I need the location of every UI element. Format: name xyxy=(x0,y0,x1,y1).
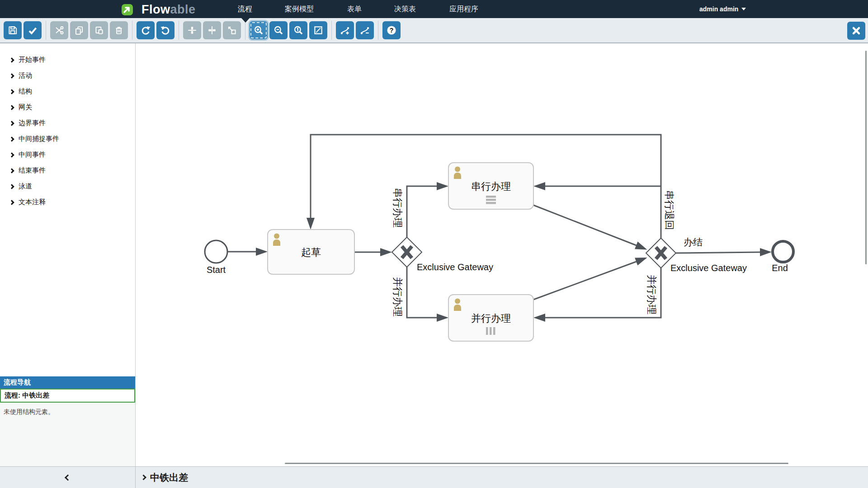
palette-group-label: 文本注释 xyxy=(19,198,46,206)
canvas-horizontal-scrollbar[interactable] xyxy=(285,463,788,464)
chevron-right-icon xyxy=(9,152,14,157)
palette-group-label: 边界事件 xyxy=(19,119,46,127)
task-label: 起草 xyxy=(301,247,321,258)
bottom-bar: 中铁出差 xyxy=(0,466,868,488)
gateway1-label: Exclusive Gateway xyxy=(417,262,493,272)
chevron-right-icon xyxy=(9,105,14,110)
edge-label-parallel-return: 并行办理 xyxy=(646,275,657,314)
palette-group-swimlanes[interactable]: 泳道 xyxy=(10,178,135,194)
toolbar-separator xyxy=(132,21,132,40)
palette-group-activities[interactable]: 活动 xyxy=(10,68,135,84)
sequence-flows xyxy=(227,135,761,318)
end-event-node[interactable] xyxy=(773,241,793,262)
same-size-button xyxy=(223,21,241,39)
palette-group-intermediate-catching-events[interactable]: 中间捕捉事件 xyxy=(10,131,135,147)
palette-group-structural[interactable]: 结构 xyxy=(10,84,135,99)
tab-apps[interactable]: 应用程序 xyxy=(449,0,478,18)
flowable-modeler-window: Flowable 流程 案例模型 表单 决策表 应用程序 admin admin xyxy=(0,0,868,488)
chevron-right-icon xyxy=(9,89,14,94)
zoom-actual-button[interactable] xyxy=(289,21,307,39)
toolbar-separator xyxy=(46,21,46,40)
palette-group-start-events[interactable]: 开始事件 xyxy=(10,52,135,68)
flow-gateway1-to-parallel xyxy=(407,267,438,318)
remove-bendpoint-button[interactable] xyxy=(356,21,374,39)
sequential-multi-instance-icon xyxy=(486,196,496,204)
zoom-fit-button[interactable] xyxy=(309,21,327,39)
cut-button xyxy=(50,21,68,39)
flowable-logo[interactable]: Flowable xyxy=(121,3,196,17)
collapse-sidebar-icon[interactable] xyxy=(64,474,71,480)
chevron-right-icon xyxy=(9,121,14,126)
palette-group-end-events[interactable]: 结束事件 xyxy=(10,163,135,178)
chevron-right-icon xyxy=(9,184,14,189)
canvas-vertical-scrollbar[interactable] xyxy=(865,51,867,264)
navigator-note: 未使用结构元素。 xyxy=(4,408,54,415)
user-task-draft[interactable]: 起草 xyxy=(268,230,354,274)
palette-group-boundary-events[interactable]: 边界事件 xyxy=(10,115,135,131)
palette-group-text-annotation[interactable]: 文本注释 xyxy=(10,194,135,210)
copy-icon xyxy=(74,25,85,36)
align-vertical-icon xyxy=(207,25,217,36)
remove-bendpoint-icon xyxy=(359,25,370,36)
trash-icon xyxy=(113,25,124,36)
svg-text:?: ? xyxy=(390,27,394,34)
task-label: 并行办理 xyxy=(471,313,511,324)
align-vertical-button xyxy=(203,21,221,39)
editor-toolbar: ? xyxy=(0,18,868,43)
palette-group-label: 中间捕捉事件 xyxy=(19,135,59,143)
tab-processes[interactable]: 流程 xyxy=(238,0,252,18)
undo-button[interactable] xyxy=(156,21,175,39)
redo-icon xyxy=(140,25,151,36)
zoom-in-button[interactable] xyxy=(250,21,268,39)
start-event-node[interactable] xyxy=(205,240,227,263)
chevron-right-icon xyxy=(9,136,14,141)
expand-properties-icon[interactable] xyxy=(141,474,146,480)
edge-label-to-serial: 串行办理 xyxy=(392,188,403,228)
zoom-out-button[interactable] xyxy=(269,21,288,39)
save-icon xyxy=(7,25,18,36)
palette-group-label: 开始事件 xyxy=(19,56,46,64)
copy-button xyxy=(70,21,88,39)
edge-label-serial-return: 串行退回 xyxy=(664,190,675,230)
tab-forms[interactable]: 表单 xyxy=(347,0,362,18)
palette-group-label: 活动 xyxy=(19,71,32,80)
help-icon: ? xyxy=(386,25,397,36)
process-title: 中铁出差 xyxy=(150,471,188,484)
palette-group-gateways[interactable]: 网关 xyxy=(10,99,135,115)
palette-list: 开始事件 活动 结构 网关 边界事件 中间捕捉事件 中间事件 结束事件 泳道 文… xyxy=(0,43,135,210)
add-bendpoint-button[interactable] xyxy=(336,21,354,39)
tab-decision-tables[interactable]: 决策表 xyxy=(394,0,416,18)
help-button[interactable]: ? xyxy=(382,21,401,39)
parallel-multi-instance-icon xyxy=(486,327,495,335)
edge-label-complete: 办结 xyxy=(684,237,703,247)
toolbar-separator xyxy=(378,21,378,40)
redo-button[interactable] xyxy=(137,21,155,39)
top-navbar: Flowable 流程 案例模型 表单 决策表 应用程序 admin admin xyxy=(0,0,868,18)
paste-button xyxy=(90,21,108,39)
navigator-current-process[interactable]: 流程: 中铁出差 xyxy=(0,389,135,403)
palette-group-intermediate-events[interactable]: 中间事件 xyxy=(10,147,135,163)
delete-button xyxy=(110,21,128,39)
same-size-icon xyxy=(226,25,237,36)
flowable-logo-icon xyxy=(121,4,138,16)
save-button[interactable] xyxy=(4,21,22,39)
zoom-in-icon xyxy=(253,25,264,36)
validate-button[interactable] xyxy=(24,21,42,39)
align-horizontal-icon xyxy=(187,25,198,36)
flow-serial-to-gateway2 xyxy=(533,205,637,246)
user-task-serial[interactable]: 串行办理 xyxy=(448,163,533,209)
palette-group-label: 泳道 xyxy=(19,182,32,191)
undo-icon xyxy=(160,25,171,36)
close-editor-button[interactable] xyxy=(847,22,865,40)
process-navigator-panel: 流程导航 流程: 中铁出差 未使用结构元素。 xyxy=(0,376,135,466)
tab-case-models[interactable]: 案例模型 xyxy=(285,0,314,18)
user-task-parallel[interactable]: 并行办理 xyxy=(448,295,533,341)
diagram-canvas[interactable]: 串行办理 并行办理 串行退回 并行办理 办结 Start 起草 xyxy=(136,43,868,466)
chevron-right-icon xyxy=(9,200,14,205)
flow-gateway1-to-serial xyxy=(407,186,438,237)
active-tab-pointer xyxy=(241,18,250,23)
palette-group-label: 中间事件 xyxy=(19,150,46,159)
palette-group-label: 网关 xyxy=(19,103,32,112)
user-menu[interactable]: admin admin xyxy=(699,0,746,18)
paste-icon xyxy=(94,25,104,36)
